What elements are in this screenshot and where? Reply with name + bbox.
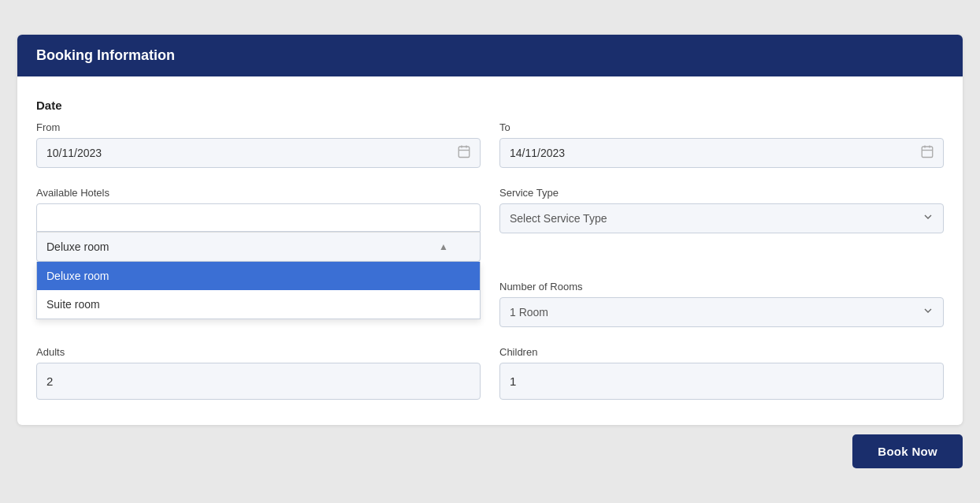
from-date-input[interactable] (36, 138, 481, 168)
hotels-dropdown-container: Deluxe room Suite room Deluxe room ▲ (36, 203, 481, 262)
from-input-wrapper (36, 138, 481, 168)
hotels-up-arrow-icon: ▲ (439, 241, 448, 252)
children-col: Children (499, 346, 944, 400)
to-input-wrapper (499, 138, 944, 168)
hotels-col: Available Hotels Deluxe room Suite room … (36, 187, 481, 262)
service-dropdown-wrapper: Select Service Type Standard Premium Lux… (499, 203, 944, 233)
card-header: Booking Information (17, 35, 963, 76)
outer-footer: Book Now (17, 425, 963, 468)
hotels-list: Deluxe room Suite room (36, 262, 481, 319)
adults-col: Adults (36, 346, 481, 400)
card-body: Date From To (17, 76, 963, 425)
children-input[interactable] (499, 363, 944, 400)
hotels-service-row: Available Hotels Deluxe room Suite room … (36, 187, 944, 262)
rooms-dropdown-wrapper: 1 Room 2 Rooms 3 Rooms 4 Rooms (499, 297, 944, 327)
date-row: From To (36, 121, 944, 168)
children-label: Children (499, 346, 944, 358)
rooms-select[interactable]: 1 Room 2 Rooms 3 Rooms 4 Rooms (499, 297, 944, 327)
hotels-search-input[interactable] (36, 203, 481, 232)
service-type-select[interactable]: Select Service Type Standard Premium Lux… (499, 203, 944, 233)
hotels-selected-display[interactable]: Deluxe room ▲ (36, 232, 481, 262)
adults-input[interactable] (36, 363, 481, 400)
rooms-label: Number of Rooms (499, 281, 944, 292)
hotels-option-deluxe[interactable]: Deluxe room (37, 262, 480, 290)
service-col: Service Type Select Service Type Standar… (499, 187, 944, 233)
booking-card: Booking Information Date From (17, 35, 963, 425)
adults-label: Adults (36, 346, 481, 358)
hotels-label: Available Hotels (36, 187, 481, 199)
hotels-option-suite[interactable]: Suite room (37, 290, 480, 319)
to-col: To (499, 121, 944, 168)
from-label: From (36, 121, 481, 133)
to-label: To (499, 121, 944, 133)
hotels-selected-text: Deluxe room (46, 240, 109, 253)
adults-children-row: Adults Children (36, 346, 944, 400)
book-now-button[interactable]: Book Now (852, 434, 963, 468)
service-label: Service Type (499, 187, 944, 199)
date-section-label: Date (36, 99, 944, 112)
rooms-col: Number of Rooms 1 Room 2 Rooms 3 Rooms 4… (499, 281, 944, 327)
card-title: Booking Information (36, 47, 175, 63)
to-date-input[interactable] (499, 138, 944, 168)
from-col: From (36, 121, 481, 168)
